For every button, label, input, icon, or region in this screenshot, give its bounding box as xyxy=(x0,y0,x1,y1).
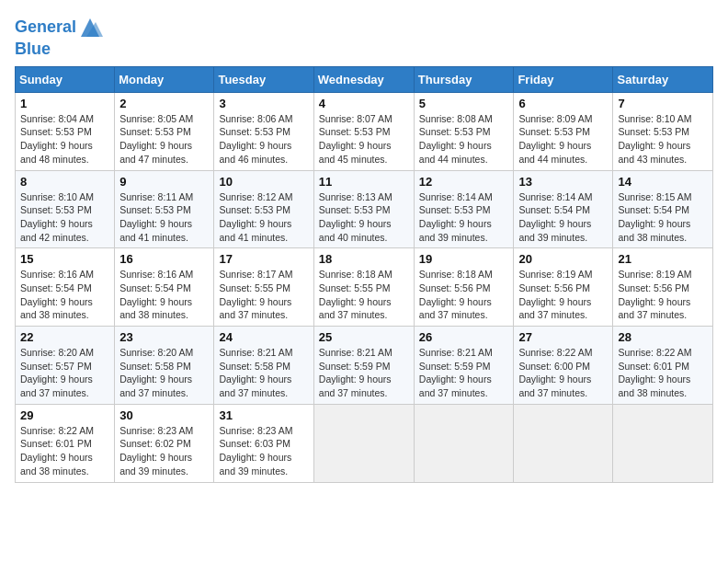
calendar-cell: 28Sunrise: 8:22 AMSunset: 6:01 PMDayligh… xyxy=(613,327,713,405)
logo: General Blue xyxy=(15,15,104,59)
day-info: Sunrise: 8:18 AMSunset: 5:56 PMDaylight:… xyxy=(419,269,493,320)
calendar-cell: 3Sunrise: 8:06 AMSunset: 5:53 PMDaylight… xyxy=(214,92,313,170)
day-info: Sunrise: 8:21 AMSunset: 5:58 PMDaylight:… xyxy=(219,347,292,398)
day-number: 2 xyxy=(119,97,209,110)
calendar-cell: 10Sunrise: 8:12 AMSunset: 5:53 PMDayligh… xyxy=(214,170,313,248)
calendar-cell: 21Sunrise: 8:19 AMSunset: 5:56 PMDayligh… xyxy=(613,248,713,327)
day-info: Sunrise: 8:12 AMSunset: 5:53 PMDaylight:… xyxy=(219,191,292,243)
day-number: 10 xyxy=(219,175,308,189)
calendar-cell: 9Sunrise: 8:11 AMSunset: 5:53 PMDaylight… xyxy=(115,170,214,248)
calendar-cell: 1Sunrise: 8:04 AMSunset: 5:53 PMDaylight… xyxy=(16,92,115,170)
day-info: Sunrise: 8:21 AMSunset: 5:59 PMDaylight:… xyxy=(319,347,392,398)
day-number: 30 xyxy=(119,408,209,422)
day-info: Sunrise: 8:09 AMSunset: 5:53 PMDaylight:… xyxy=(518,113,592,165)
day-number: 17 xyxy=(219,252,308,266)
day-info: Sunrise: 8:11 AMSunset: 5:53 PMDaylight:… xyxy=(119,191,193,243)
calendar-cell: 23Sunrise: 8:20 AMSunset: 5:58 PMDayligh… xyxy=(115,327,214,405)
day-number: 25 xyxy=(319,330,409,344)
weekday-sunday: Sunday xyxy=(16,66,115,92)
day-number: 14 xyxy=(618,175,708,189)
day-info: Sunrise: 8:10 AMSunset: 5:53 PMDaylight:… xyxy=(618,113,691,165)
day-number: 11 xyxy=(319,175,409,189)
calendar-cell: 26Sunrise: 8:21 AMSunset: 5:59 PMDayligh… xyxy=(414,327,514,405)
day-number: 5 xyxy=(419,97,509,110)
calendar-cell: 31Sunrise: 8:23 AMSunset: 6:03 PMDayligh… xyxy=(214,404,313,482)
day-number: 29 xyxy=(20,408,109,422)
calendar-cell xyxy=(613,404,713,482)
day-number: 1 xyxy=(20,97,109,110)
calendar-cell: 13Sunrise: 8:14 AMSunset: 5:54 PMDayligh… xyxy=(514,170,613,248)
day-info: Sunrise: 8:06 AMSunset: 5:53 PMDaylight:… xyxy=(219,113,292,165)
day-number: 8 xyxy=(20,175,109,189)
day-number: 13 xyxy=(518,175,608,189)
day-info: Sunrise: 8:22 AMSunset: 6:01 PMDaylight:… xyxy=(618,347,691,398)
day-number: 3 xyxy=(219,97,308,110)
day-info: Sunrise: 8:20 AMSunset: 5:58 PMDaylight:… xyxy=(119,347,193,398)
day-number: 23 xyxy=(119,330,209,344)
day-number: 7 xyxy=(618,97,708,110)
day-info: Sunrise: 8:16 AMSunset: 5:54 PMDaylight:… xyxy=(20,269,94,320)
calendar-cell: 19Sunrise: 8:18 AMSunset: 5:56 PMDayligh… xyxy=(414,248,514,327)
calendar-cell: 17Sunrise: 8:17 AMSunset: 5:55 PMDayligh… xyxy=(214,248,313,327)
day-info: Sunrise: 8:20 AMSunset: 5:57 PMDaylight:… xyxy=(20,347,94,398)
calendar-cell: 27Sunrise: 8:22 AMSunset: 6:00 PMDayligh… xyxy=(514,327,613,405)
day-info: Sunrise: 8:17 AMSunset: 5:55 PMDaylight:… xyxy=(219,269,292,320)
day-info: Sunrise: 8:07 AMSunset: 5:53 PMDaylight:… xyxy=(319,113,392,165)
day-info: Sunrise: 8:14 AMSunset: 5:53 PMDaylight:… xyxy=(419,191,493,243)
calendar-cell: 14Sunrise: 8:15 AMSunset: 5:54 PMDayligh… xyxy=(613,170,713,248)
logo-text: General xyxy=(15,15,104,40)
page-header: General Blue xyxy=(15,15,713,59)
day-info: Sunrise: 8:18 AMSunset: 5:55 PMDaylight:… xyxy=(319,269,392,320)
weekday-wednesday: Wednesday xyxy=(313,66,414,92)
day-info: Sunrise: 8:21 AMSunset: 5:59 PMDaylight:… xyxy=(419,347,493,398)
calendar-table: SundayMondayTuesdayWednesdayThursdayFrid… xyxy=(15,66,713,483)
calendar-body: 1Sunrise: 8:04 AMSunset: 5:53 PMDaylight… xyxy=(16,92,713,482)
day-number: 4 xyxy=(319,97,409,110)
calendar-cell: 6Sunrise: 8:09 AMSunset: 5:53 PMDaylight… xyxy=(514,92,613,170)
day-number: 22 xyxy=(20,330,109,344)
calendar-cell: 18Sunrise: 8:18 AMSunset: 5:55 PMDayligh… xyxy=(313,248,414,327)
day-info: Sunrise: 8:19 AMSunset: 5:56 PMDaylight:… xyxy=(618,269,691,320)
day-info: Sunrise: 8:22 AMSunset: 6:01 PMDaylight:… xyxy=(20,425,94,477)
calendar-cell xyxy=(414,404,514,482)
calendar-cell: 8Sunrise: 8:10 AMSunset: 5:53 PMDaylight… xyxy=(16,170,115,248)
day-number: 27 xyxy=(518,330,608,344)
weekday-saturday: Saturday xyxy=(613,66,713,92)
week-row-4: 22Sunrise: 8:20 AMSunset: 5:57 PMDayligh… xyxy=(16,327,713,405)
weekday-thursday: Thursday xyxy=(414,66,514,92)
day-number: 26 xyxy=(419,330,509,344)
calendar-cell: 11Sunrise: 8:13 AMSunset: 5:53 PMDayligh… xyxy=(313,170,414,248)
week-row-3: 15Sunrise: 8:16 AMSunset: 5:54 PMDayligh… xyxy=(16,248,713,327)
day-info: Sunrise: 8:22 AMSunset: 6:00 PMDaylight:… xyxy=(518,347,592,398)
calendar-cell xyxy=(313,404,414,482)
day-info: Sunrise: 8:14 AMSunset: 5:54 PMDaylight:… xyxy=(518,191,592,243)
day-number: 6 xyxy=(518,97,608,110)
calendar-cell: 22Sunrise: 8:20 AMSunset: 5:57 PMDayligh… xyxy=(16,327,115,405)
weekday-monday: Monday xyxy=(115,66,214,92)
day-number: 31 xyxy=(219,408,308,422)
day-number: 18 xyxy=(319,252,409,266)
calendar-cell: 12Sunrise: 8:14 AMSunset: 5:53 PMDayligh… xyxy=(414,170,514,248)
weekday-header-row: SundayMondayTuesdayWednesdayThursdayFrid… xyxy=(16,66,713,92)
day-info: Sunrise: 8:05 AMSunset: 5:53 PMDaylight:… xyxy=(119,113,193,165)
weekday-tuesday: Tuesday xyxy=(214,66,313,92)
day-info: Sunrise: 8:15 AMSunset: 5:54 PMDaylight:… xyxy=(618,191,691,243)
calendar-cell: 15Sunrise: 8:16 AMSunset: 5:54 PMDayligh… xyxy=(16,248,115,327)
week-row-2: 8Sunrise: 8:10 AMSunset: 5:53 PMDaylight… xyxy=(16,170,713,248)
calendar-cell: 20Sunrise: 8:19 AMSunset: 5:56 PMDayligh… xyxy=(514,248,613,327)
calendar-cell: 2Sunrise: 8:05 AMSunset: 5:53 PMDaylight… xyxy=(115,92,214,170)
day-number: 28 xyxy=(618,330,708,344)
day-info: Sunrise: 8:16 AMSunset: 5:54 PMDaylight:… xyxy=(119,269,193,320)
day-number: 16 xyxy=(119,252,209,266)
logo-blue: Blue xyxy=(15,40,104,59)
day-info: Sunrise: 8:23 AMSunset: 6:03 PMDaylight:… xyxy=(219,425,292,477)
day-info: Sunrise: 8:08 AMSunset: 5:53 PMDaylight:… xyxy=(419,113,493,165)
calendar-cell: 16Sunrise: 8:16 AMSunset: 5:54 PMDayligh… xyxy=(115,248,214,327)
calendar-cell: 30Sunrise: 8:23 AMSunset: 6:02 PMDayligh… xyxy=(115,404,214,482)
week-row-5: 29Sunrise: 8:22 AMSunset: 6:01 PMDayligh… xyxy=(16,404,713,482)
day-info: Sunrise: 8:04 AMSunset: 5:53 PMDaylight:… xyxy=(20,113,94,165)
day-info: Sunrise: 8:19 AMSunset: 5:56 PMDaylight:… xyxy=(518,269,592,320)
calendar-cell: 7Sunrise: 8:10 AMSunset: 5:53 PMDaylight… xyxy=(613,92,713,170)
calendar-cell: 4Sunrise: 8:07 AMSunset: 5:53 PMDaylight… xyxy=(313,92,414,170)
day-info: Sunrise: 8:23 AMSunset: 6:02 PMDaylight:… xyxy=(119,425,193,477)
